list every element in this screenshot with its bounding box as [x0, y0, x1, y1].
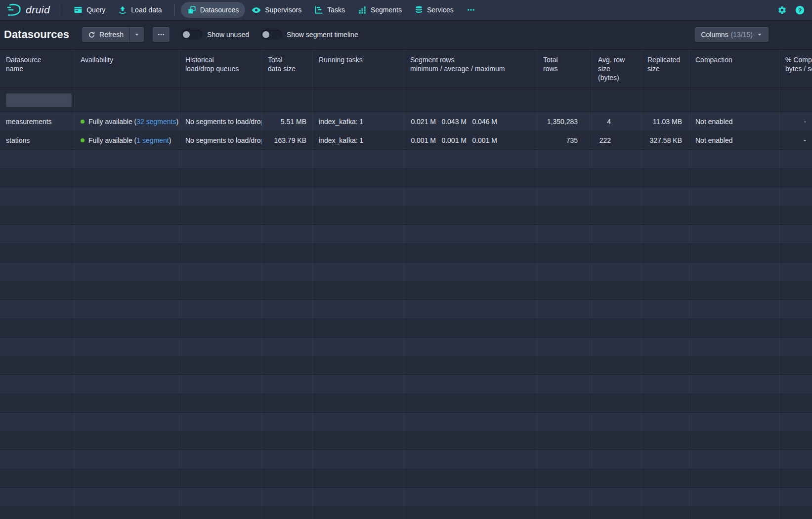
datasource-filter-input[interactable] [6, 93, 72, 107]
cell-avg_row_size [592, 413, 641, 431]
table-header-row: DatasourcenameAvailabilityHistoricalload… [0, 50, 812, 88]
cell-compaction [689, 338, 779, 356]
cell-queues: No segments to load/drop [179, 131, 262, 149]
cell-name [0, 432, 75, 450]
cell-availability [75, 150, 179, 168]
cell-segment_rows [404, 338, 537, 356]
column-header-queues[interactable]: Historicalload/drop queues [179, 50, 262, 87]
column-header-pct_compacted[interactable]: % Compactedbytes / segments / intervals [779, 50, 812, 87]
columns-button[interactable]: Columns (13/15) [695, 27, 769, 42]
druid-logo[interactable]: druid [6, 2, 50, 17]
cell-pct_compacted [779, 338, 812, 356]
refresh-interval-button[interactable] [130, 27, 144, 42]
cell-total_data_size [262, 413, 313, 431]
cell-replicated_size [641, 488, 689, 506]
nav-label: Query [86, 6, 105, 14]
cell-queues [179, 469, 262, 487]
toggle-switch[interactable] [181, 30, 202, 40]
cell-avg_row_size [592, 225, 641, 243]
table-row [0, 432, 812, 450]
cell-avg_row_size [592, 206, 641, 224]
cell-compaction [689, 225, 779, 243]
nav-query[interactable]: Query [67, 2, 112, 18]
segments-link[interactable]: 32 segments [136, 118, 176, 126]
table-row [0, 394, 812, 413]
view-controls: Datasources Refresh [0, 20, 812, 49]
cell-queues [179, 507, 262, 519]
show-segment-timeline-toggle[interactable]: Show segment timeline [261, 30, 358, 40]
nav-supervisors[interactable]: Supervisors [245, 2, 308, 18]
nav-tasks[interactable]: Tasks [308, 2, 351, 18]
cell-avg_row_size [592, 169, 641, 187]
column-header-total_data_size[interactable]: Totaldata size [262, 50, 313, 87]
cell-name [0, 300, 75, 318]
cell-name [0, 225, 75, 243]
replicated_size-value: 327.58 KB [647, 136, 682, 144]
cell-running_tasks [313, 338, 404, 356]
cell-replicated_size [641, 507, 689, 519]
refresh-icon [88, 31, 95, 39]
segment-rows-value: 0.043 M [441, 118, 467, 126]
druid-logo-icon [6, 2, 23, 17]
cell-queues [179, 319, 262, 337]
nav-label: Segments [371, 6, 402, 14]
help-icon[interactable]: ? [795, 5, 805, 15]
column-header-availability[interactable]: Availability [75, 50, 179, 87]
show-unused-toggle[interactable]: Show unused [181, 30, 249, 40]
cell-queues [179, 244, 262, 262]
column-header-compaction[interactable]: Compaction [689, 50, 779, 87]
table-row[interactable]: measurementsFully available (32 segments… [0, 112, 812, 131]
cell-compaction [689, 488, 779, 506]
cell-replicated_size [641, 319, 689, 337]
column-header-segment_rows[interactable]: Segment rowsminimum / average / maximum [404, 50, 537, 87]
cell-queues [179, 150, 262, 168]
column-header-total_rows[interactable]: Totalrows [537, 50, 592, 87]
cell-pct_compacted: - [779, 112, 812, 130]
cell-compaction[interactable]: Not enabled [689, 112, 779, 130]
cell-total_rows [537, 150, 592, 168]
cell-avg_row_size [592, 319, 641, 337]
nav-segments[interactable]: Segments [351, 2, 408, 18]
column-header-avg_row_size[interactable]: Avg. row size(bytes) [592, 50, 641, 87]
nav-datasources[interactable]: Datasources [181, 2, 246, 18]
cell-total_data_size [262, 450, 313, 469]
cell-segment_rows [404, 488, 537, 506]
column-header-line: Availability [81, 55, 173, 64]
cell-avg_row_size [592, 450, 641, 469]
cell-running_tasks [313, 469, 404, 487]
svg-text:?: ? [798, 6, 802, 13]
filter-cell-total_rows [537, 88, 592, 112]
table-row[interactable]: stationsFully available (1 segment)No se… [0, 131, 812, 150]
column-header-line: % Compacted [785, 55, 812, 64]
column-header-replicated_size[interactable]: Replicatedsize [641, 50, 689, 87]
segments-link[interactable]: 1 segment [136, 136, 169, 144]
cell-replicated_size [641, 206, 689, 224]
table-row [0, 187, 812, 206]
column-header-running_tasks[interactable]: Running tasks [313, 50, 404, 87]
column-header-line: size [647, 64, 683, 73]
table-row [0, 300, 812, 319]
total_rows-value: 1,350,283 [543, 118, 578, 126]
nav-load-data[interactable]: Load data [112, 2, 168, 18]
cell-running_tasks [313, 488, 404, 506]
cell-name[interactable]: measurements [0, 112, 75, 130]
nav-more[interactable] [460, 2, 482, 18]
cell-queues [179, 375, 262, 393]
cell-compaction[interactable]: Not enabled [689, 131, 779, 149]
cell-queues: No segments to load/drop [179, 112, 262, 130]
cell-total_data_size [262, 244, 313, 262]
nav-services[interactable]: Services [408, 2, 460, 18]
refresh-button[interactable]: Refresh [82, 27, 130, 42]
cell-replicated_size [641, 450, 689, 469]
column-header-line: Historical [185, 55, 256, 64]
cell-name [0, 469, 75, 487]
toggle-switch[interactable] [261, 30, 282, 40]
nav-divider [174, 4, 175, 15]
gear-icon[interactable] [777, 5, 787, 15]
cell-name[interactable]: stations [0, 131, 75, 149]
column-header-name[interactable]: Datasourcename [0, 50, 75, 87]
more-actions-button[interactable] [153, 27, 170, 42]
column-header-line: Running tasks [319, 55, 398, 64]
console-icon [74, 5, 83, 14]
database-icon [415, 5, 423, 14]
